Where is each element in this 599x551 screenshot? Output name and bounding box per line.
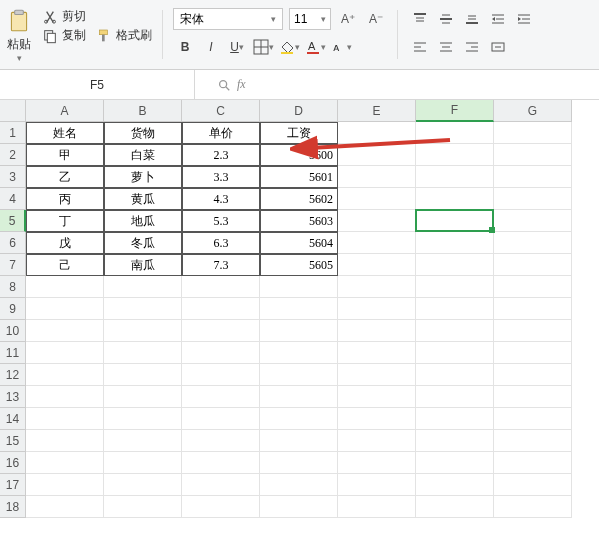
cell-D2[interactable]: 5600: [260, 144, 338, 166]
column-header-C[interactable]: C: [182, 100, 260, 122]
cell-C3[interactable]: 3.3: [182, 166, 260, 188]
cell-A14[interactable]: [26, 408, 104, 430]
cell-B4[interactable]: 黄瓜: [104, 188, 182, 210]
cell-D17[interactable]: [260, 474, 338, 496]
cell-A5[interactable]: 丁: [26, 210, 104, 232]
cell-D3[interactable]: 5601: [260, 166, 338, 188]
cell-E8[interactable]: [338, 276, 416, 298]
cell-F12[interactable]: [416, 364, 494, 386]
cell-G4[interactable]: [494, 188, 572, 210]
cell-C11[interactable]: [182, 342, 260, 364]
fx-label[interactable]: fx: [237, 77, 246, 92]
cell-F14[interactable]: [416, 408, 494, 430]
cell-G2[interactable]: [494, 144, 572, 166]
merge-cells-button[interactable]: [486, 36, 510, 58]
cell-E9[interactable]: [338, 298, 416, 320]
cell-A17[interactable]: [26, 474, 104, 496]
cell-G13[interactable]: [494, 386, 572, 408]
cell-B17[interactable]: [104, 474, 182, 496]
cell-D15[interactable]: [260, 430, 338, 452]
column-header-D[interactable]: D: [260, 100, 338, 122]
cell-E13[interactable]: [338, 386, 416, 408]
cell-D18[interactable]: [260, 496, 338, 518]
row-header-3[interactable]: 3: [0, 166, 26, 188]
cell-B2[interactable]: 白菜: [104, 144, 182, 166]
cell-G18[interactable]: [494, 496, 572, 518]
cell-D7[interactable]: 5605: [260, 254, 338, 276]
cell-F9[interactable]: [416, 298, 494, 320]
column-header-F[interactable]: F: [416, 100, 494, 122]
cell-A1[interactable]: 姓名: [26, 122, 104, 144]
underline-button[interactable]: U▾: [225, 36, 249, 58]
cut-button[interactable]: 剪切: [42, 8, 152, 25]
row-header-6[interactable]: 6: [0, 232, 26, 254]
cell-F2[interactable]: [416, 144, 494, 166]
cell-B6[interactable]: 冬瓜: [104, 232, 182, 254]
cell-C17[interactable]: [182, 474, 260, 496]
italic-button[interactable]: I: [199, 36, 223, 58]
cell-F7[interactable]: [416, 254, 494, 276]
cell-C8[interactable]: [182, 276, 260, 298]
font-name-select[interactable]: 宋体 ▾: [173, 8, 283, 30]
cell-G8[interactable]: [494, 276, 572, 298]
cell-E18[interactable]: [338, 496, 416, 518]
spreadsheet-grid[interactable]: ABCDEFG 123456789101112131415161718 姓名货物…: [0, 100, 599, 551]
cell-C16[interactable]: [182, 452, 260, 474]
cell-C18[interactable]: [182, 496, 260, 518]
cell-A16[interactable]: [26, 452, 104, 474]
cell-A10[interactable]: [26, 320, 104, 342]
row-header-13[interactable]: 13: [0, 386, 26, 408]
name-box[interactable]: F5: [0, 70, 195, 99]
cell-C13[interactable]: [182, 386, 260, 408]
cell-D9[interactable]: [260, 298, 338, 320]
cell-F16[interactable]: [416, 452, 494, 474]
cell-E12[interactable]: [338, 364, 416, 386]
cell-B7[interactable]: 南瓜: [104, 254, 182, 276]
cell-F6[interactable]: [416, 232, 494, 254]
row-header-9[interactable]: 9: [0, 298, 26, 320]
cell-C2[interactable]: 2.3: [182, 144, 260, 166]
cell-A7[interactable]: 己: [26, 254, 104, 276]
cell-A18[interactable]: [26, 496, 104, 518]
cell-G14[interactable]: [494, 408, 572, 430]
cell-A8[interactable]: [26, 276, 104, 298]
cell-E7[interactable]: [338, 254, 416, 276]
cell-A4[interactable]: 丙: [26, 188, 104, 210]
row-header-2[interactable]: 2: [0, 144, 26, 166]
align-center-button[interactable]: [434, 36, 458, 58]
row-header-10[interactable]: 10: [0, 320, 26, 342]
cell-F10[interactable]: [416, 320, 494, 342]
cell-G5[interactable]: [494, 210, 572, 232]
cell-B1[interactable]: 货物: [104, 122, 182, 144]
row-header-14[interactable]: 14: [0, 408, 26, 430]
cell-F13[interactable]: [416, 386, 494, 408]
cell-C6[interactable]: 6.3: [182, 232, 260, 254]
row-header-11[interactable]: 11: [0, 342, 26, 364]
font-color-button[interactable]: A▾: [303, 36, 327, 58]
cell-A11[interactable]: [26, 342, 104, 364]
cell-C7[interactable]: 7.3: [182, 254, 260, 276]
cell-E3[interactable]: [338, 166, 416, 188]
row-header-15[interactable]: 15: [0, 430, 26, 452]
cell-F3[interactable]: [416, 166, 494, 188]
row-header-16[interactable]: 16: [0, 452, 26, 474]
cell-C1[interactable]: 单价: [182, 122, 260, 144]
cell-B10[interactable]: [104, 320, 182, 342]
cell-A2[interactable]: 甲: [26, 144, 104, 166]
cell-F1[interactable]: [416, 122, 494, 144]
cell-E4[interactable]: [338, 188, 416, 210]
cell-D6[interactable]: 5604: [260, 232, 338, 254]
copy-button[interactable]: 复制: [42, 27, 86, 44]
cell-A9[interactable]: [26, 298, 104, 320]
cell-E15[interactable]: [338, 430, 416, 452]
column-header-B[interactable]: B: [104, 100, 182, 122]
cell-A12[interactable]: [26, 364, 104, 386]
row-header-4[interactable]: 4: [0, 188, 26, 210]
column-header-A[interactable]: A: [26, 100, 104, 122]
cell-B18[interactable]: [104, 496, 182, 518]
cell-F11[interactable]: [416, 342, 494, 364]
select-all-corner[interactable]: [0, 100, 26, 122]
cell-E17[interactable]: [338, 474, 416, 496]
cell-C10[interactable]: [182, 320, 260, 342]
cell-F5[interactable]: [416, 210, 494, 232]
